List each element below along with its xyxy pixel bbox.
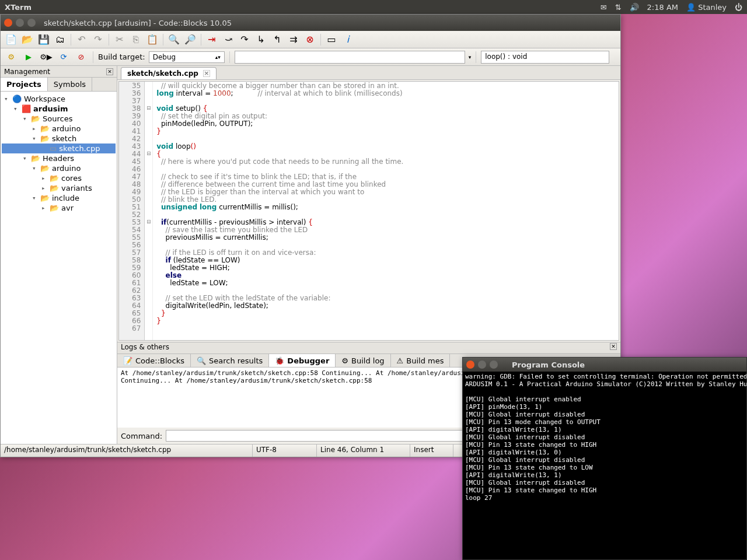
console-maximize-button[interactable]	[490, 360, 498, 369]
tree-sources[interactable]: ▾📂 Sources	[2, 114, 116, 124]
console-output[interactable]: warning: GDB: Failed to set controlling …	[463, 372, 746, 559]
build-icon[interactable]: ⚙	[4, 51, 18, 64]
editor-tab-sketch[interactable]: sketch/sketch.cpp ×	[121, 67, 217, 79]
tree-sketch.cpp[interactable]: ▭ sketch.cpp	[2, 144, 116, 153]
clock[interactable]: 2:18 AM	[647, 3, 678, 12]
line-gutter[interactable]: 3536373839404142434445464748495051525354…	[119, 82, 145, 340]
console-minimize-button[interactable]	[478, 360, 486, 369]
paste-icon[interactable]: 📋	[145, 33, 159, 46]
symbol-search-input[interactable]	[235, 51, 465, 64]
user-menu[interactable]: 👤 Stanley	[686, 3, 727, 12]
build-target-label: Build target:	[98, 52, 145, 61]
log-tab-code-blocks[interactable]: 📝Code::Blocks	[117, 354, 191, 367]
tree-cores[interactable]: ▸📂 cores	[2, 173, 116, 183]
open-file-icon[interactable]: 📂	[20, 33, 34, 46]
save-all-icon[interactable]: 🗂	[53, 33, 67, 46]
run-to-cursor-icon[interactable]: ⤻	[221, 33, 235, 46]
tree-variants[interactable]: ▸📂 variants	[2, 183, 116, 193]
network-icon[interactable]: ⇅	[615, 3, 622, 12]
system-tray: ✉ ⇅ 🔊 2:18 AM 👤 Stanley ⏻	[601, 3, 742, 12]
tree-headers[interactable]: ▾📂 Headers	[2, 153, 116, 163]
sound-icon[interactable]: 🔊	[630, 3, 639, 12]
console-titlebar[interactable]: Program Console	[463, 358, 746, 372]
close-tab-icon[interactable]: ×	[203, 70, 210, 77]
editor-tabstrip: sketch/sketch.cpp ×	[117, 66, 620, 80]
status-insert-mode: Insert	[410, 444, 453, 457]
redo-icon[interactable]: ↷	[91, 33, 105, 46]
log-tab-build-mes[interactable]: ⚠Build mes	[391, 354, 451, 367]
find-icon[interactable]: 🔍	[167, 33, 181, 46]
main-toolbar: 📄 📂 💾 🗂 ↶ ↷ ✂ ⎘ 📋 🔍 🔎 ⇥ ⤻ ↷ ↳ ↰ ⇉ ⊗ ▭ i	[1, 31, 620, 48]
window-titlebar[interactable]: sketch/sketch.cpp [ardusim] - Code::Bloc…	[1, 15, 620, 31]
management-title: Management	[4, 68, 50, 76]
tree-include[interactable]: ▾📂 include	[2, 193, 116, 203]
tree-sketch[interactable]: ▾📂 sketch	[2, 134, 116, 144]
next-instr-icon[interactable]: ⇉	[287, 33, 301, 46]
status-encoding: UTF-8	[253, 444, 317, 457]
logs-title: Logs & others	[121, 343, 169, 353]
replace-icon[interactable]: 🔎	[183, 33, 197, 46]
fold-column[interactable]: ⊟⊟⊟	[145, 82, 153, 340]
build-target-select[interactable]: Debug▴▾	[149, 51, 225, 63]
tree-arduino[interactable]: ▾📂 arduino	[2, 163, 116, 173]
next-line-icon[interactable]: ↷	[238, 33, 252, 46]
log-tab-debugger[interactable]: 🐞Debugger	[269, 354, 336, 367]
management-panel: Management ✕ Projects Symbols ▾🔵 Workspa…	[1, 66, 117, 444]
management-tabs: Projects Symbols	[1, 78, 117, 92]
rebuild-icon[interactable]: ⟳	[57, 51, 71, 64]
tab-projects[interactable]: Projects	[1, 78, 48, 91]
undo-icon[interactable]: ↶	[75, 33, 89, 46]
abort-icon[interactable]: ⊘	[74, 51, 88, 64]
stop-debug-icon[interactable]: ⊗	[303, 33, 317, 46]
active-window-title: XTerm	[5, 3, 601, 12]
new-file-icon[interactable]: 📄	[4, 33, 18, 46]
program-console-window: Program Console warning: GDB: Failed to …	[462, 357, 747, 560]
debug-continue-icon[interactable]: ⇥	[205, 33, 219, 46]
status-filepath: /home/stanley/ardusim/trunk/sketch/sketc…	[1, 444, 253, 457]
project-tree[interactable]: ▾🔵 Workspace▾🟥 ardusim▾📂 Sources▸📂 ardui…	[1, 92, 117, 444]
step-into-icon[interactable]: ↳	[254, 33, 268, 46]
command-label: Command:	[121, 432, 162, 440]
window-maximize-button[interactable]	[27, 19, 36, 27]
symbol-info: loop() : void	[481, 51, 609, 64]
console-title: Program Console	[512, 360, 585, 369]
log-tab-search-results[interactable]: 🔍Search results	[191, 354, 269, 367]
debug-windows-icon[interactable]: ▭	[324, 33, 338, 46]
build-toolbar: ⚙ ▶ ⚙▶ ⟳ ⊘ Build target: Debug▴▾ ▾ loop(…	[1, 48, 620, 66]
logs-close-icon[interactable]: ✕	[610, 343, 617, 350]
step-out-icon[interactable]: ↰	[270, 33, 284, 46]
tree-ardusim[interactable]: ▾🟥 ardusim	[2, 104, 116, 114]
mail-icon[interactable]: ✉	[601, 3, 607, 12]
management-close-icon[interactable]: ✕	[106, 68, 113, 75]
power-icon[interactable]: ⏻	[735, 3, 742, 12]
tree-arduino[interactable]: ▸📂 arduino	[2, 124, 116, 134]
window-title: sketch/sketch.cpp [ardusim] - Code::Bloc…	[44, 19, 232, 27]
tree-avr[interactable]: ▸📂 avr	[2, 203, 116, 213]
code-content[interactable]: // will quickly become a bigger number t…	[153, 82, 403, 340]
status-cursor-position: Line 46, Column 1	[317, 444, 410, 457]
save-icon[interactable]: 💾	[37, 33, 51, 46]
copy-icon[interactable]: ⎘	[129, 33, 143, 46]
window-close-button[interactable]	[4, 19, 12, 27]
desktop-top-panel: XTerm ✉ ⇅ 🔊 2:18 AM 👤 Stanley ⏻	[0, 0, 747, 14]
tree-workspace[interactable]: ▾🔵 Workspace	[2, 94, 116, 104]
cut-icon[interactable]: ✂	[113, 33, 127, 46]
window-minimize-button[interactable]	[16, 19, 24, 27]
code-editor[interactable]: 3536373839404142434445464748495051525354…	[118, 81, 619, 341]
console-close-button[interactable]	[466, 360, 474, 369]
tab-symbols[interactable]: Symbols	[48, 78, 92, 91]
info-icon[interactable]: i	[341, 33, 355, 46]
log-tab-build-log[interactable]: ⚙Build log	[336, 354, 390, 367]
run-icon[interactable]: ▶	[22, 51, 36, 64]
build-run-icon[interactable]: ⚙▶	[39, 51, 53, 64]
